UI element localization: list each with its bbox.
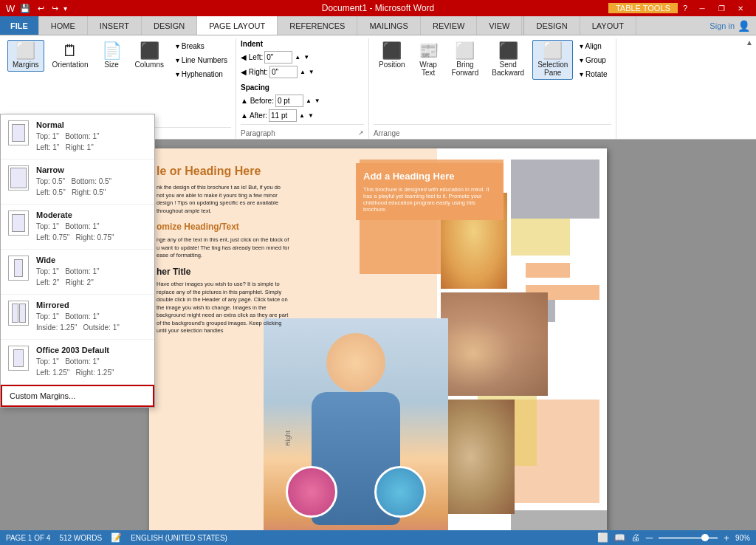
zoom-out-btn[interactable]: ─ [646, 532, 653, 544]
tab-insert[interactable]: INSERT [88, 16, 142, 35]
arrange-label: Arrange [374, 128, 400, 139]
restore-btn[interactable]: ❐ [712, 1, 731, 16]
quick-access-toolbar: W 💾 ↩ ↪ ▾ [6, 3, 67, 14]
photo-child [264, 318, 448, 530]
quick-undo-btn[interactable]: ↩ [35, 3, 47, 14]
view-reading-btn[interactable]: 📖 [614, 532, 625, 543]
orientation-icon: 🗒 [62, 43, 78, 59]
wrap-text-icon: 📰 [419, 43, 439, 59]
minimize-btn[interactable]: ─ [693, 1, 712, 16]
tab-table-layout[interactable]: LAYOUT [580, 16, 636, 35]
tab-view[interactable]: VIEW [477, 16, 522, 35]
margin-moderate-info: Moderate Top: 1" Bottom: 1" Left: 0.75" … [36, 210, 114, 243]
view-print-btn[interactable]: 🖨 [631, 532, 640, 543]
margin-office2003[interactable]: Office 2003 Default Top: 1" Bottom: 1" L… [1, 340, 154, 385]
margin-mirrored-info: Mirrored Top: 1" Bottom: 1" Inside: 1.25… [36, 301, 120, 333]
tab-mailings[interactable]: MAILINGS [357, 16, 421, 35]
indent-right-up[interactable]: ▲ [299, 69, 306, 75]
margin-office2003-preview [8, 346, 29, 371]
help-btn[interactable]: ? [681, 3, 690, 13]
align-group-col: ▾ Align ▾ Group ▾ Rotate [576, 40, 611, 80]
tab-design[interactable]: DESIGN [142, 16, 197, 35]
margins-btn[interactable]: ⬜ Margins [7, 40, 44, 72]
add-heading-box: Add a Heading Here This brochure is desi… [356, 163, 504, 220]
ribbon-collapse-btn[interactable]: ▲ [746, 38, 753, 47]
margin-normal[interactable]: Normal Top: 1" Bottom: 1" Left: 1" Right… [1, 114, 154, 160]
hyphenation-btn[interactable]: ▾ Hyphenation [172, 68, 231, 80]
margin-mirrored[interactable]: Mirrored Top: 1" Bottom: 1" Inside: 1.25… [1, 295, 154, 340]
indent-left-down[interactable]: ▼ [303, 54, 310, 61]
margin-moderate[interactable]: Moderate Top: 1" Bottom: 1" Left: 0.75" … [1, 205, 154, 250]
table-tools-label: TABLE TOOLS [608, 3, 678, 13]
tab-references[interactable]: REFERENCES [278, 16, 357, 35]
proofing-icon[interactable]: 📝 [111, 532, 122, 543]
tab-table-design[interactable]: DESIGN [524, 16, 580, 35]
add-heading-title: Add a Heading Here [363, 171, 496, 182]
photo-drawing [441, 400, 515, 514]
doc-heading-2: omize Heading/Text [157, 221, 289, 233]
sign-in-link[interactable]: Sign in [709, 21, 735, 30]
indent-left-up[interactable]: ▲ [294, 54, 301, 61]
zoom-in-btn[interactable]: + [724, 532, 729, 544]
bring-forward-btn[interactable]: ⬜ Bring Forward [447, 40, 484, 80]
selection-pane-icon: ⬜ [543, 43, 563, 59]
yellow-rect-1 [511, 219, 570, 256]
spacing-after-input[interactable] [269, 109, 297, 122]
margin-normal-preview [8, 120, 29, 145]
margin-mirrored-preview [8, 301, 29, 326]
spacing-before-input[interactable] [275, 95, 303, 107]
quick-redo-btn[interactable]: ↪ [49, 3, 61, 14]
margin-narrow-info: Narrow Top: 0.5" Bottom: 0.5" Left: 0.5"… [36, 165, 111, 198]
spacing-before-down[interactable]: ▼ [314, 97, 321, 104]
add-heading-body: This brochure is designed with education… [363, 186, 496, 213]
size-btn[interactable]: 📄 Size [97, 40, 127, 72]
orientation-btn[interactable]: 🗒 Orientation [47, 40, 94, 72]
bring-forward-icon: ⬜ [455, 43, 475, 59]
close-btn[interactable]: ✕ [731, 1, 750, 16]
wrap-text-btn[interactable]: 📰 Wrap Text [413, 40, 444, 80]
view-normal-btn[interactable]: ⬜ [597, 532, 608, 543]
status-left: PAGE 1 OF 4 512 WORDS 📝 ENGLISH (UNITED … [6, 532, 227, 543]
margin-wide[interactable]: Wide Top: 1" Bottom: 1" Left: 2" Right: … [1, 250, 154, 295]
customize-arrow[interactable]: ▾ [63, 4, 67, 13]
send-backward-btn[interactable]: ⬛ Send Backward [487, 40, 529, 80]
tab-home[interactable]: HOME [39, 16, 88, 35]
quick-save-btn[interactable]: 💾 [18, 3, 32, 14]
zoom-thumb[interactable] [701, 534, 709, 541]
tab-review[interactable]: REVIEW [421, 16, 477, 35]
selection-pane-btn[interactable]: ⬜ Selection Pane [532, 40, 573, 80]
spacing-before-label: ▲ Before: [241, 97, 274, 105]
indent-title: Indent [241, 40, 321, 48]
columns-btn[interactable]: ⬛ Columns [130, 40, 169, 72]
position-icon: ⬛ [382, 43, 402, 59]
position-btn[interactable]: ⬛ Position [374, 40, 410, 72]
tab-page-layout[interactable]: PAGE LAYOUT [197, 16, 278, 35]
paragraph-expand-icon[interactable]: ↗ [358, 129, 364, 137]
line-numbers-btn[interactable]: ▾ Line Numbers [172, 54, 231, 66]
spacing-after-up[interactable]: ▲ [298, 112, 306, 119]
ribbon-group-paragraph: Indent ◀ Left: ▲ ▼ ◀ Right: ▲ ▼ Spacing [236, 38, 369, 139]
indent-right-down[interactable]: ▼ [308, 69, 315, 75]
spacing-title: Spacing [241, 83, 321, 92]
zoom-slider[interactable] [659, 537, 718, 539]
send-backward-icon: ⬛ [498, 43, 518, 59]
custom-margins-btn[interactable]: Custom Margins... [1, 385, 154, 407]
status-bar: PAGE 1 OF 4 512 WORDS 📝 ENGLISH (UNITED … [0, 530, 756, 545]
spacing-after-down[interactable]: ▼ [307, 112, 315, 119]
margin-wide-info: Wide Top: 1" Bottom: 1" Left: 2" Right: … [36, 256, 100, 288]
doc-heading-1: le or Heading Here [157, 163, 289, 179]
spacing-before-row: ▲ Before: ▲ ▼ [241, 95, 321, 107]
indent-right-input[interactable] [269, 66, 298, 78]
align-btn[interactable]: ▾ Align [576, 40, 611, 52]
rotate-btn[interactable]: ▾ Rotate [576, 68, 611, 80]
tab-file[interactable]: FILE [0, 16, 39, 35]
indent-left-input[interactable] [264, 51, 292, 64]
breaks-btn[interactable]: ▾ Breaks [172, 40, 231, 52]
spacing-before-up[interactable]: ▲ [305, 97, 312, 104]
group-btn[interactable]: ▾ Group [576, 54, 611, 66]
doc-heading-3: her Title [157, 266, 289, 278]
margin-office2003-info: Office 2003 Default Top: 1" Bottom: 1" L… [36, 346, 114, 378]
margin-narrow[interactable]: Narrow Top: 0.5" Bottom: 0.5" Left: 0.5"… [1, 160, 154, 205]
indent-right-label: ◀ Right: [241, 68, 268, 76]
language[interactable]: ENGLISH (UNITED STATES) [131, 534, 227, 542]
